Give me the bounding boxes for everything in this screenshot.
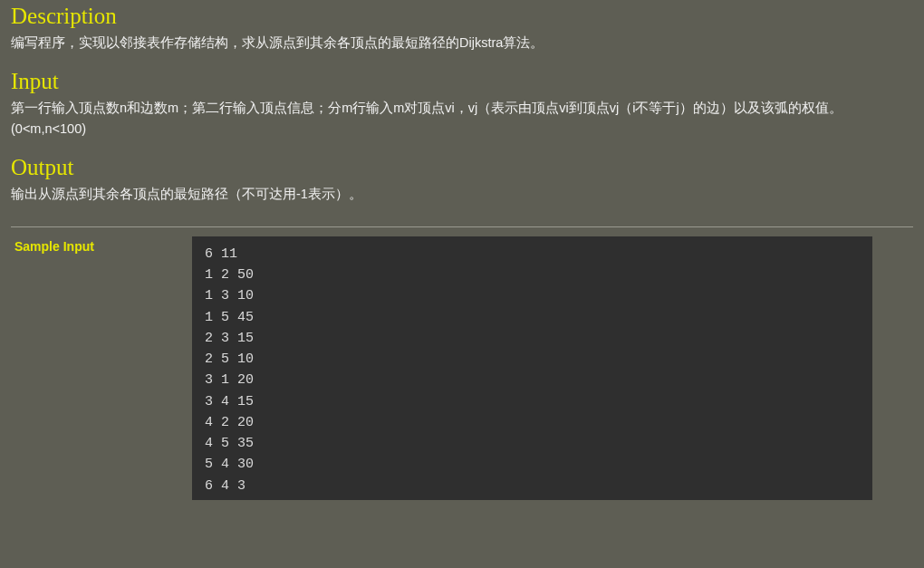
sample-input-content: 6 11 1 2 50 1 3 10 1 5 45 2 3 15 2 5 10 … — [192, 236, 872, 500]
section-divider — [11, 226, 913, 227]
input-heading: Input — [11, 69, 913, 94]
output-heading: Output — [11, 155, 913, 180]
description-text: 编写程序，实现以邻接表作存储结构，求从源点到其余各顶点的最短路径的Dijkstr… — [11, 33, 913, 53]
sample-input-row: Sample Input 6 11 1 2 50 1 3 10 1 5 45 2… — [11, 236, 913, 500]
input-text: 第一行输入顶点数n和边数m；第二行输入顶点信息；分m行输入m对顶点vi，vj（表… — [11, 98, 913, 139]
sample-input-label: Sample Input — [11, 236, 192, 254]
description-heading: Description — [11, 4, 913, 29]
output-text: 输出从源点到其余各顶点的最短路径（不可达用-1表示）。 — [11, 184, 913, 204]
